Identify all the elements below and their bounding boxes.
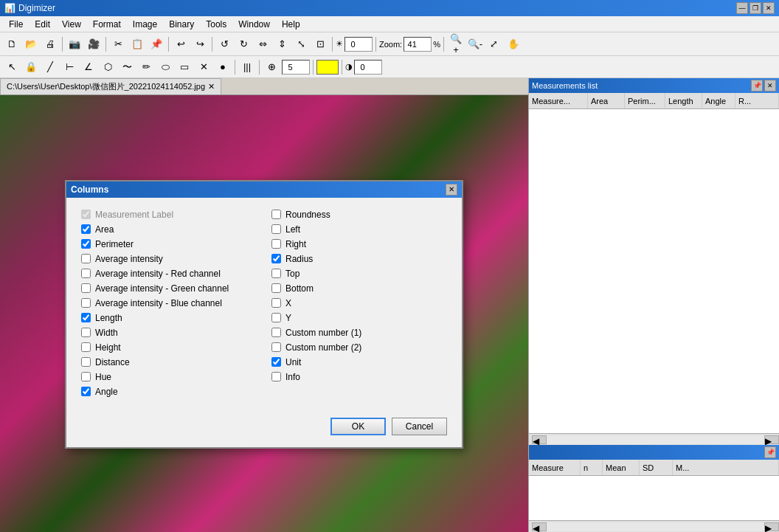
- select-tool[interactable]: ⊕: [263, 58, 280, 76]
- print-button[interactable]: 🖨: [41, 35, 59, 53]
- angle-tool[interactable]: ∠: [80, 58, 97, 76]
- checkbox-hue-input[interactable]: [81, 372, 91, 381]
- checkbox-length-input[interactable]: [81, 313, 91, 322]
- panel-close-button[interactable]: ✕: [764, 80, 776, 91]
- menu-file[interactable]: File: [3, 18, 29, 31]
- cancel-button[interactable]: Cancel: [392, 418, 447, 435]
- bottom-scroll-left-btn[interactable]: ◀: [532, 522, 547, 531]
- ellipse-tool[interactable]: ⬭: [156, 58, 174, 76]
- poly-tool[interactable]: ⬡: [99, 58, 117, 76]
- flip-h-button[interactable]: ⇔: [254, 35, 271, 53]
- toolbar-main: 🗋 📂 🖨 📷 🎥 ✂ 📋 📌 ↩ ↪ ↺ ↻ ⇔ ⇕ ⤡ ⊡ ☀ Zoom: …: [0, 32, 779, 56]
- contrast-input[interactable]: [354, 60, 382, 75]
- scroll-track[interactable]: [547, 435, 764, 444]
- menu-edit[interactable]: Edit: [29, 18, 56, 31]
- checkbox-avg-red-input[interactable]: [81, 269, 91, 278]
- checkbox-top-input[interactable]: [271, 269, 281, 278]
- checkbox-unit-input[interactable]: [271, 357, 281, 367]
- checkbox-left-input[interactable]: [271, 224, 281, 234]
- fit-button[interactable]: ⤢: [485, 35, 503, 53]
- restore-button[interactable]: ❐: [749, 2, 761, 14]
- scroll-right-btn[interactable]: ▶: [764, 435, 779, 444]
- title-bar-controls: — ❐ ✕: [736, 2, 775, 14]
- rect-tool[interactable]: ▭: [176, 58, 193, 76]
- point-tool[interactable]: ●: [214, 58, 232, 76]
- image-tab-close[interactable]: ✕: [208, 82, 215, 91]
- checkbox-radius-input[interactable]: [271, 254, 281, 263]
- menu-tools[interactable]: Tools: [200, 18, 232, 31]
- ok-button[interactable]: OK: [330, 418, 386, 435]
- checkbox-measurement-label-input[interactable]: [81, 210, 91, 219]
- checkbox-custom-number-1-input[interactable]: [271, 328, 281, 337]
- band-tool[interactable]: |||: [238, 58, 256, 76]
- checkbox-perimeter-input[interactable]: [81, 239, 91, 249]
- transform-button[interactable]: ⤡: [292, 35, 310, 53]
- menu-image[interactable]: Image: [127, 18, 163, 31]
- checkbox-angle-input[interactable]: [81, 387, 91, 396]
- checkbox-width-input[interactable]: [81, 328, 91, 337]
- measurements-bottom-header: Measure n Mean SD M...: [529, 460, 779, 476]
- scan-button[interactable]: 📷: [66, 35, 83, 53]
- flip-v-button[interactable]: ⇕: [273, 35, 291, 53]
- checkbox-height-input[interactable]: [81, 342, 91, 352]
- checkbox-avg-green-input[interactable]: [81, 283, 91, 293]
- eraser-tool[interactable]: ✕: [195, 58, 212, 76]
- close-button[interactable]: ✕: [763, 2, 775, 14]
- checkbox-area-input[interactable]: [81, 224, 91, 234]
- video-button[interactable]: 🎥: [85, 35, 103, 53]
- image-panel: C:\Users\User\Desktop\微信图片_2022102411405…: [0, 78, 528, 532]
- minimize-button[interactable]: —: [736, 2, 748, 14]
- menu-binary[interactable]: Binary: [163, 18, 200, 31]
- pen-size-input[interactable]: [282, 60, 310, 75]
- curve-tool[interactable]: 〜: [118, 58, 136, 76]
- checkbox-width: Width: [81, 328, 257, 338]
- line-tool[interactable]: ╱: [41, 58, 59, 76]
- zoom-in-button[interactable]: 🔍+: [447, 35, 465, 53]
- hand-button[interactable]: ✋: [505, 35, 522, 53]
- arrow-tool[interactable]: ↖: [3, 58, 21, 76]
- dialog-close-button[interactable]: ✕: [446, 184, 457, 196]
- lock-tool[interactable]: 🔒: [22, 58, 40, 76]
- bottom-scroll-right-btn[interactable]: ▶: [764, 522, 779, 531]
- ruler-tool[interactable]: ⊢: [60, 58, 78, 76]
- checkbox-bottom-input[interactable]: [271, 283, 281, 293]
- new-button[interactable]: 🗋: [3, 35, 21, 53]
- checkbox-right-input[interactable]: [271, 239, 281, 249]
- checkbox-y-input[interactable]: [271, 313, 281, 322]
- menu-help[interactable]: Help: [276, 18, 306, 31]
- freehand-tool[interactable]: ✏: [137, 58, 155, 76]
- open-button[interactable]: 📂: [22, 35, 40, 53]
- checkbox-x-input[interactable]: [271, 298, 281, 308]
- copy-button[interactable]: 📋: [128, 35, 146, 53]
- checkbox-height: Height: [81, 342, 257, 353]
- rotate-ccw-button[interactable]: ↺: [215, 35, 233, 53]
- menu-format[interactable]: Format: [87, 18, 127, 31]
- checkbox-avg-blue-input[interactable]: [81, 298, 91, 308]
- measurements-h-scrollbar[interactable]: ◀ ▶: [529, 433, 779, 445]
- bottom-scroll-track[interactable]: [547, 522, 764, 531]
- zoom-input[interactable]: [404, 37, 432, 52]
- checkbox-distance-input[interactable]: [81, 357, 91, 367]
- checkbox-info-input[interactable]: [271, 372, 281, 381]
- panel-bottom-pin-button[interactable]: 📌: [764, 446, 776, 458]
- scroll-left-btn[interactable]: ◀: [532, 435, 547, 444]
- menu-view[interactable]: View: [56, 18, 87, 31]
- paste-button[interactable]: 📌: [148, 35, 165, 53]
- panel-pin-button[interactable]: 📌: [751, 80, 763, 91]
- checkbox-roundness-input[interactable]: [271, 210, 281, 219]
- col-bottom-measure: Measure: [529, 460, 581, 475]
- cut-button[interactable]: ✂: [109, 35, 127, 53]
- checkbox-custom-number-2-input[interactable]: [271, 342, 281, 352]
- brightness-input[interactable]: [345, 37, 373, 52]
- checkbox-top-text: Top: [285, 269, 300, 279]
- checkbox-avg-intensity-input[interactable]: [81, 254, 91, 263]
- redo-button[interactable]: ↪: [191, 35, 209, 53]
- bottom-h-scrollbar[interactable]: ◀ ▶: [529, 520, 779, 532]
- undo-button[interactable]: ↩: [172, 35, 190, 53]
- checkbox-perimeter: Perimeter: [81, 239, 257, 249]
- zoom-out-button[interactable]: 🔍-: [466, 35, 484, 53]
- menu-window[interactable]: Window: [232, 18, 276, 31]
- crop-button[interactable]: ⊡: [311, 35, 329, 53]
- rotate-cw-button[interactable]: ↻: [235, 35, 252, 53]
- color-swatch[interactable]: [316, 60, 339, 75]
